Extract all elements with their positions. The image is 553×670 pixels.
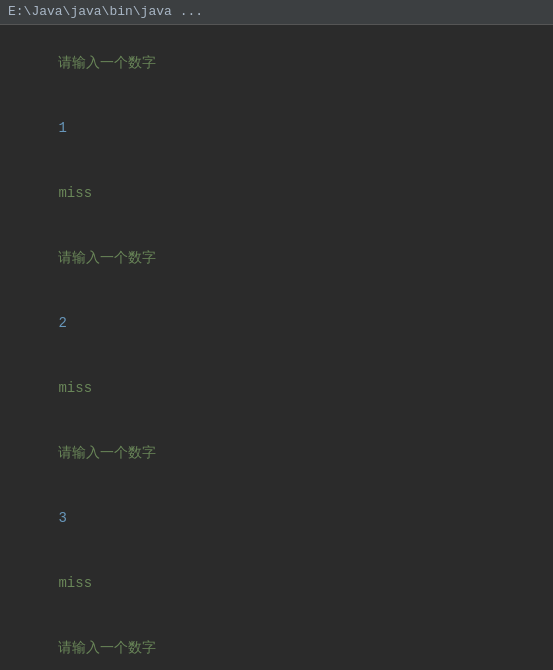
prompt-1: 请输入一个数字 (8, 31, 545, 96)
terminal-window: E:\Java\java\bin\java ... 请输入一个数字 1 miss… (0, 0, 553, 670)
title-text: E:\Java\java\bin\java ... (8, 4, 203, 19)
prompt-2: 请输入一个数字 (8, 226, 545, 291)
prompt-4: 请输入一个数字 (8, 617, 545, 670)
input-2: 2 (8, 291, 545, 356)
input-1: 1 (8, 96, 545, 161)
prompt-3: 请输入一个数字 (8, 422, 545, 487)
result-1: miss (8, 161, 545, 226)
title-bar: E:\Java\java\bin\java ... (0, 0, 553, 25)
result-3: miss (8, 552, 545, 617)
output-area: 请输入一个数字 1 miss 请输入一个数字 2 miss 请输入一个数字 3 … (0, 25, 553, 670)
result-2: miss (8, 357, 545, 422)
input-3: 3 (8, 487, 545, 552)
